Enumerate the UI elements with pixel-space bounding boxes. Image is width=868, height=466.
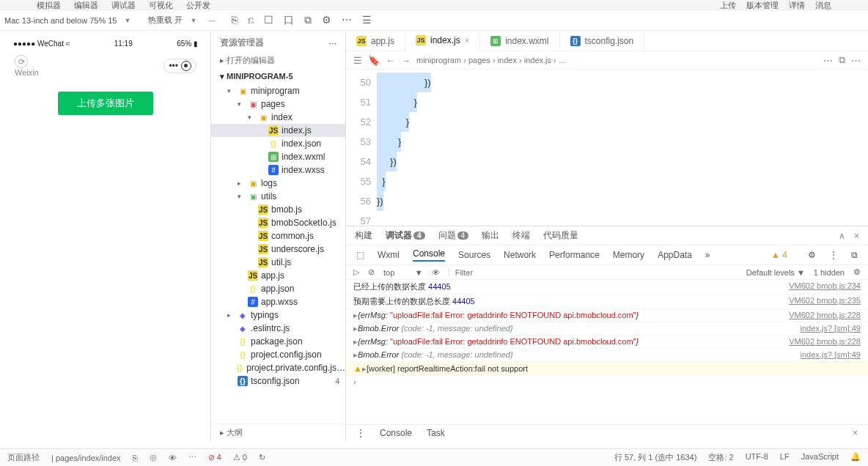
menu-editor[interactable]: 编辑器 bbox=[74, 0, 98, 10]
tree-item-bmobSocketIo.js[interactable]: JSbmobSocketIo.js bbox=[211, 216, 345, 229]
dt-top-调试器[interactable]: 调试器4 bbox=[386, 229, 425, 242]
console-line[interactable]: ▸{errMsg: "uploadFile:fail Error: getadd… bbox=[346, 336, 868, 349]
dt-top-终端[interactable]: 终端 bbox=[512, 229, 530, 242]
dt-top-输出[interactable]: 输出 bbox=[482, 229, 499, 242]
settings-icon[interactable]: ⚙ bbox=[322, 14, 331, 27]
tab-more[interactable]: » bbox=[705, 250, 710, 260]
menu-icon[interactable]: ☰ bbox=[362, 14, 372, 27]
tab-index.wxml[interactable]: ⊞index.wxml bbox=[480, 31, 559, 51]
dt-action-icon[interactable]: × bbox=[854, 231, 859, 241]
tree-item-index.js[interactable]: JSindex.js bbox=[211, 124, 345, 137]
upload-images-button[interactable]: 上传多张图片 bbox=[58, 92, 153, 115]
dt-top-构建[interactable]: 构建 bbox=[355, 229, 372, 242]
status-bell-icon[interactable]: 🔔 bbox=[850, 452, 861, 463]
dt-action-icon[interactable]: ∧ bbox=[839, 231, 845, 241]
console-line[interactable]: ▸{errMsg: "uploadFile:fail Error: getadd… bbox=[346, 309, 868, 322]
console-prompt[interactable]: › bbox=[346, 376, 868, 388]
undo-icon[interactable]: ⎌ bbox=[248, 14, 254, 27]
crumb-list-icon[interactable]: ☰ bbox=[353, 55, 362, 66]
tab-index.js[interactable]: JSindex.js× bbox=[405, 32, 480, 51]
tree-item-typings[interactable]: ▸◆typings bbox=[211, 308, 345, 322]
tree-item-app.json[interactable]: {}app.json bbox=[211, 282, 345, 295]
capsule-button[interactable]: ••• bbox=[163, 59, 196, 73]
tree-item-common.js[interactable]: JScommon.js bbox=[211, 229, 345, 243]
tab-wxml[interactable]: Wxml bbox=[378, 250, 400, 260]
console-line[interactable]: 预期需要上传的数据总长度 44405VM602 bmob.js:235 bbox=[346, 295, 868, 309]
crumb-split-icon[interactable]: ⧉ bbox=[839, 54, 845, 66]
tab-app.js[interactable]: JSapp.js bbox=[346, 31, 405, 51]
console-line[interactable]: ▸Bmob.Error {code: -1, message: undefine… bbox=[346, 349, 868, 362]
inspect-icon[interactable]: ⬚ bbox=[356, 250, 364, 260]
outline-section[interactable]: ▸ 大纲 bbox=[211, 424, 345, 441]
run-icon[interactable]: ▷ bbox=[353, 267, 359, 277]
filter-input[interactable] bbox=[449, 268, 738, 277]
tree-item-package.json[interactable]: {}package.json bbox=[211, 335, 345, 348]
console-line[interactable]: 已经上传的数据长度 44405VM602 bmob.js:234 bbox=[346, 280, 868, 295]
live-icon[interactable]: 👁 bbox=[432, 268, 440, 277]
tree-item-index.json[interactable]: {}index.json bbox=[211, 137, 345, 150]
dt-gear-icon[interactable]: ⚙ bbox=[808, 250, 816, 260]
status-target-icon[interactable]: ◎ bbox=[150, 453, 157, 462]
menu-version[interactable]: 版本管理 bbox=[746, 0, 779, 10]
status-eol[interactable]: LF bbox=[780, 452, 790, 463]
tree-item-bmob.js[interactable]: JSbmob.js bbox=[211, 203, 345, 216]
drawer-console[interactable]: Console bbox=[380, 428, 412, 438]
tree-item-miniprogram[interactable]: ▾▣miniprogram bbox=[211, 84, 345, 97]
menu-visual[interactable]: 可视化 bbox=[149, 0, 173, 10]
status-lang[interactable]: JavaScript bbox=[801, 452, 839, 463]
crumb-more1-icon[interactable]: ⋯ bbox=[823, 55, 833, 66]
menu-upload[interactable]: 上传 bbox=[720, 0, 736, 10]
tree-item-index[interactable]: ▾▣index bbox=[211, 111, 345, 124]
menu-details[interactable]: 详情 bbox=[789, 0, 805, 10]
more-sim-icon[interactable]: ··· bbox=[208, 16, 215, 25]
more-icon[interactable]: ⋯ bbox=[342, 14, 352, 27]
panel-icon[interactable]: ☐ bbox=[264, 14, 273, 27]
tree-item-pages[interactable]: ▾▣pages bbox=[211, 97, 345, 111]
menu-message[interactable]: 消息 bbox=[815, 0, 831, 10]
status-errors[interactable]: ⊘ 4 bbox=[208, 453, 221, 462]
context-selector[interactable]: top ▼ bbox=[383, 268, 423, 277]
drawer-close-icon[interactable]: × bbox=[853, 428, 858, 438]
tab-appdata[interactable]: AppData bbox=[658, 250, 692, 260]
tab-console[interactable]: Console bbox=[413, 248, 445, 262]
status-sync-icon[interactable]: ↻ bbox=[259, 453, 265, 462]
status-eye-icon[interactable]: 👁 bbox=[169, 454, 177, 462]
tree-item-app.js[interactable]: JSapp.js bbox=[211, 269, 345, 282]
open-editors-section[interactable]: ▸ 打开的编辑器 bbox=[211, 52, 345, 69]
tree-item-.eslintrc.js[interactable]: ◆.eslintrc.js bbox=[211, 322, 345, 335]
tree-item-app.wxss[interactable]: #app.wxss bbox=[211, 295, 345, 308]
hot-reload-toggle[interactable]: 热重载 开 bbox=[148, 15, 183, 26]
tab-performance[interactable]: Performance bbox=[549, 250, 600, 260]
crumb-bookmark-icon[interactable]: 🔖 bbox=[368, 55, 380, 66]
device-selector[interactable]: Mac 13-inch and below 75% 15 bbox=[4, 16, 117, 25]
crumb-forward-icon[interactable]: → bbox=[401, 55, 411, 66]
dt-menu-icon[interactable]: ⋮ bbox=[829, 250, 838, 260]
filter-gear-icon[interactable]: ⚙ bbox=[853, 267, 861, 277]
menu-simulator[interactable]: 模拟器 bbox=[37, 0, 61, 10]
dt-top-问题[interactable]: 问题4 bbox=[438, 229, 469, 242]
drawer-task[interactable]: Task bbox=[427, 428, 445, 438]
tree-item-index.wxml[interactable]: ⊞index.wxml bbox=[211, 150, 345, 163]
menu-debugger[interactable]: 调试器 bbox=[111, 0, 136, 10]
console-output[interactable]: 已经上传的数据长度 44405VM602 bmob.js:234预期需要上传的数… bbox=[346, 280, 868, 424]
tab-network[interactable]: Network bbox=[504, 250, 536, 260]
crumb-back-icon[interactable]: ← bbox=[386, 55, 395, 66]
menu-dev[interactable]: 公开发 bbox=[186, 0, 210, 10]
drawer-menu-icon[interactable]: ⋮ bbox=[356, 428, 365, 438]
tree-item-project.config.json[interactable]: {}project.config.json bbox=[211, 348, 345, 361]
split-icon[interactable]: 口 bbox=[284, 14, 294, 27]
tab-memory[interactable]: Memory bbox=[613, 250, 644, 260]
status-warnings[interactable]: ⚠ 0 bbox=[233, 453, 247, 462]
console-line[interactable]: ▸Bmob.Error {code: -1, message: undefine… bbox=[346, 322, 868, 336]
status-copy-icon[interactable]: ⎘ bbox=[133, 454, 138, 462]
console-line[interactable]: ▲▸[worker] reportRealtimeAction:fail not… bbox=[346, 362, 868, 376]
target-icon[interactable] bbox=[181, 61, 191, 71]
dt-dock-icon[interactable]: ⧉ bbox=[851, 250, 858, 260]
warn-count[interactable]: ▲ 4 bbox=[771, 250, 787, 260]
status-position[interactable]: 行 57, 列 1 (选中 1634) bbox=[614, 452, 697, 463]
explorer-more-icon[interactable]: ··· bbox=[329, 38, 336, 48]
breadcrumb-path[interactable]: miniprogram › pages › index › index.js ›… bbox=[416, 56, 567, 64]
tree-item-project.private.config.js…[interactable]: {}project.private.config.js… bbox=[211, 361, 345, 374]
project-section[interactable]: ▾ MINIPROGRAM-5 bbox=[211, 69, 345, 84]
tree-item-underscore.js[interactable]: JSunderscore.js bbox=[211, 243, 345, 256]
